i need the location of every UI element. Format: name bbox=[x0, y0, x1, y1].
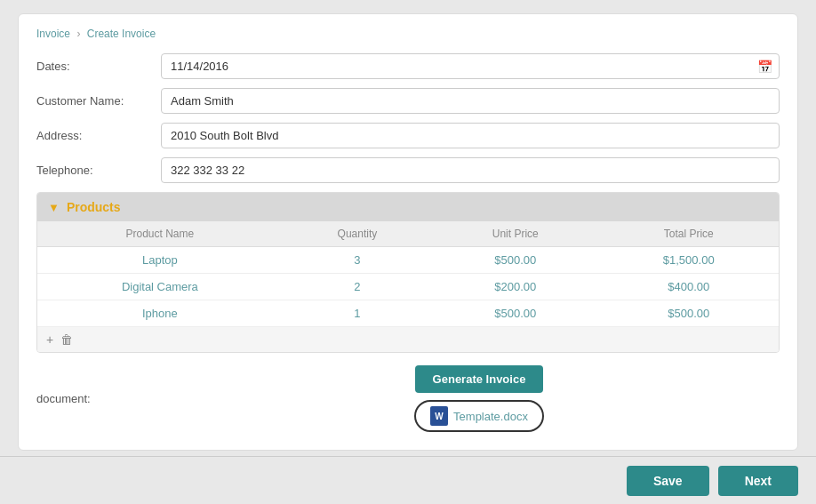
unit-price-cell: $500.00 bbox=[432, 247, 598, 274]
product-name-cell: Iphone bbox=[37, 300, 283, 327]
customer-name-input[interactable] bbox=[161, 88, 780, 114]
total-price-cell: $400.00 bbox=[598, 274, 779, 300]
quantity-cell: 2 bbox=[283, 274, 432, 300]
products-footer: + 🗑 bbox=[37, 326, 779, 352]
chevron-down-icon[interactable]: ▼ bbox=[48, 201, 60, 214]
dates-label: Dates: bbox=[36, 60, 161, 73]
total-price-cell: $1,500.00 bbox=[598, 247, 779, 274]
products-header: ▼ Products bbox=[37, 193, 779, 221]
save-button[interactable]: Save bbox=[627, 466, 709, 496]
footer-bar: Save Next bbox=[0, 456, 816, 504]
col-quantity: Quantity bbox=[283, 221, 432, 247]
document-file[interactable]: W Template.docx bbox=[414, 400, 544, 432]
breadcrumb-current: Create Invoice bbox=[87, 28, 156, 40]
table-row: Iphone 1 $500.00 $500.00 bbox=[37, 300, 779, 327]
telephone-label: Telephone: bbox=[36, 164, 161, 177]
table-row: Laptop 3 $500.00 $1,500.00 bbox=[37, 247, 779, 274]
col-total-price: Total Price bbox=[598, 221, 779, 247]
unit-price-cell: $500.00 bbox=[432, 300, 598, 327]
address-input[interactable] bbox=[161, 123, 780, 148]
document-label: document: bbox=[36, 392, 161, 405]
generate-invoice-button[interactable]: Generate Invoice bbox=[415, 365, 544, 393]
product-name-cell: Digital Camera bbox=[37, 274, 283, 300]
telephone-row: Telephone: bbox=[36, 157, 780, 183]
address-row: Address: bbox=[36, 123, 780, 148]
customer-name-row: Customer Name: bbox=[36, 88, 780, 114]
document-area: Generate Invoice W Template.docx bbox=[179, 365, 780, 432]
customer-name-input-wrapper bbox=[161, 88, 780, 114]
product-name-cell: Laptop bbox=[37, 247, 283, 274]
next-button[interactable]: Next bbox=[718, 466, 798, 496]
quantity-cell: 1 bbox=[283, 300, 432, 327]
products-table: Product Name Quantity Unit Price Total P… bbox=[37, 221, 779, 326]
col-product-name: Product Name bbox=[37, 221, 283, 247]
breadcrumb-parent[interactable]: Invoice bbox=[36, 28, 70, 40]
delete-product-icon[interactable]: 🗑 bbox=[60, 332, 73, 347]
word-doc-icon: W bbox=[430, 406, 448, 426]
col-unit-price: Unit Price bbox=[432, 221, 598, 247]
unit-price-cell: $200.00 bbox=[432, 274, 598, 300]
products-section: ▼ Products Product Name Quantity Unit Pr… bbox=[36, 192, 780, 353]
breadcrumb-separator: › bbox=[76, 28, 80, 40]
dates-input-wrapper: 📅 bbox=[161, 53, 780, 79]
total-price-cell: $500.00 bbox=[598, 300, 779, 327]
products-title: Products bbox=[67, 200, 121, 214]
address-label: Address: bbox=[36, 129, 161, 142]
table-row: Digital Camera 2 $200.00 $400.00 bbox=[37, 274, 779, 300]
document-section: document: Generate Invoice W Template.do… bbox=[36, 365, 780, 432]
add-product-icon[interactable]: + bbox=[46, 332, 53, 347]
dates-input[interactable] bbox=[161, 53, 780, 79]
address-input-wrapper bbox=[161, 123, 780, 148]
telephone-input-wrapper bbox=[161, 157, 780, 183]
dates-row: Dates: 📅 bbox=[36, 53, 780, 79]
document-filename: Template.docx bbox=[453, 410, 528, 423]
customer-name-label: Customer Name: bbox=[36, 94, 161, 108]
telephone-input[interactable] bbox=[161, 157, 780, 183]
quantity-cell: 3 bbox=[283, 247, 432, 274]
breadcrumb: Invoice › Create Invoice bbox=[36, 28, 780, 40]
